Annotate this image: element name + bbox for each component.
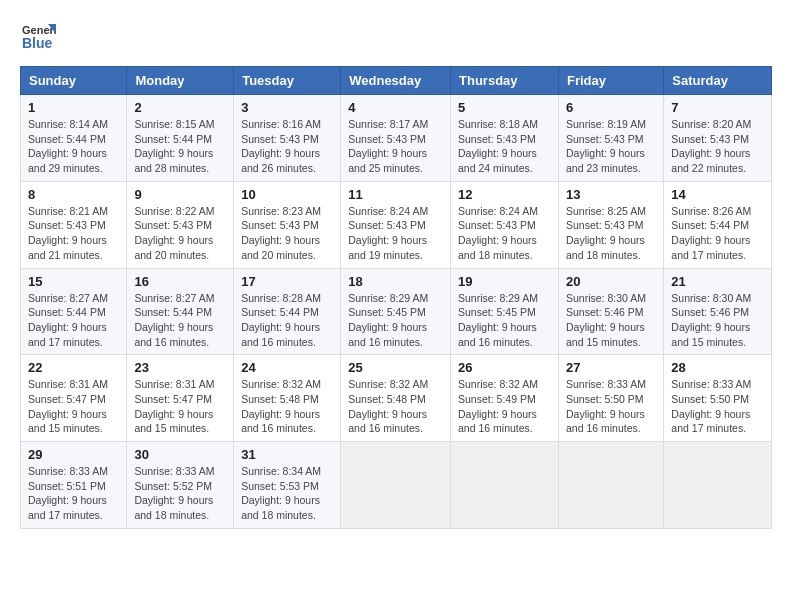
day-detail: Sunrise: 8:32 AM Sunset: 5:48 PM Dayligh…: [348, 377, 443, 436]
calendar-cell: 10Sunrise: 8:23 AM Sunset: 5:43 PM Dayli…: [234, 181, 341, 268]
day-number: 7: [671, 100, 764, 115]
day-number: 30: [134, 447, 226, 462]
day-number: 13: [566, 187, 656, 202]
day-number: 23: [134, 360, 226, 375]
calendar-cell: 5Sunrise: 8:18 AM Sunset: 5:43 PM Daylig…: [451, 95, 559, 182]
calendar-cell: 21Sunrise: 8:30 AM Sunset: 5:46 PM Dayli…: [664, 268, 772, 355]
day-detail: Sunrise: 8:33 AM Sunset: 5:50 PM Dayligh…: [566, 377, 656, 436]
calendar-cell: 30Sunrise: 8:33 AM Sunset: 5:52 PM Dayli…: [127, 442, 234, 529]
calendar-cell: 26Sunrise: 8:32 AM Sunset: 5:49 PM Dayli…: [451, 355, 559, 442]
day-detail: Sunrise: 8:23 AM Sunset: 5:43 PM Dayligh…: [241, 204, 333, 263]
day-number: 10: [241, 187, 333, 202]
day-number: 22: [28, 360, 119, 375]
calendar-cell: 25Sunrise: 8:32 AM Sunset: 5:48 PM Dayli…: [341, 355, 451, 442]
day-number: 17: [241, 274, 333, 289]
day-detail: Sunrise: 8:31 AM Sunset: 5:47 PM Dayligh…: [134, 377, 226, 436]
calendar-week-4: 22Sunrise: 8:31 AM Sunset: 5:47 PM Dayli…: [21, 355, 772, 442]
calendar-cell: 27Sunrise: 8:33 AM Sunset: 5:50 PM Dayli…: [558, 355, 663, 442]
calendar-cell: 12Sunrise: 8:24 AM Sunset: 5:43 PM Dayli…: [451, 181, 559, 268]
day-number: 16: [134, 274, 226, 289]
day-number: 31: [241, 447, 333, 462]
day-detail: Sunrise: 8:32 AM Sunset: 5:48 PM Dayligh…: [241, 377, 333, 436]
day-number: 20: [566, 274, 656, 289]
day-detail: Sunrise: 8:17 AM Sunset: 5:43 PM Dayligh…: [348, 117, 443, 176]
day-number: 6: [566, 100, 656, 115]
day-number: 3: [241, 100, 333, 115]
day-detail: Sunrise: 8:24 AM Sunset: 5:43 PM Dayligh…: [348, 204, 443, 263]
calendar-cell: 18Sunrise: 8:29 AM Sunset: 5:45 PM Dayli…: [341, 268, 451, 355]
day-number: 11: [348, 187, 443, 202]
calendar-week-5: 29Sunrise: 8:33 AM Sunset: 5:51 PM Dayli…: [21, 442, 772, 529]
day-detail: Sunrise: 8:30 AM Sunset: 5:46 PM Dayligh…: [671, 291, 764, 350]
calendar-cell: 11Sunrise: 8:24 AM Sunset: 5:43 PM Dayli…: [341, 181, 451, 268]
calendar-cell: 20Sunrise: 8:30 AM Sunset: 5:46 PM Dayli…: [558, 268, 663, 355]
day-number: 28: [671, 360, 764, 375]
day-number: 9: [134, 187, 226, 202]
logo-icon: General Blue: [20, 20, 56, 56]
day-number: 26: [458, 360, 551, 375]
day-number: 14: [671, 187, 764, 202]
day-detail: Sunrise: 8:16 AM Sunset: 5:43 PM Dayligh…: [241, 117, 333, 176]
calendar-cell: 14Sunrise: 8:26 AM Sunset: 5:44 PM Dayli…: [664, 181, 772, 268]
day-number: 29: [28, 447, 119, 462]
day-detail: Sunrise: 8:29 AM Sunset: 5:45 PM Dayligh…: [458, 291, 551, 350]
calendar-cell: [341, 442, 451, 529]
header-cell-monday: Monday: [127, 67, 234, 95]
calendar-cell: [451, 442, 559, 529]
calendar-week-1: 1Sunrise: 8:14 AM Sunset: 5:44 PM Daylig…: [21, 95, 772, 182]
day-number: 8: [28, 187, 119, 202]
calendar-cell: [664, 442, 772, 529]
day-number: 12: [458, 187, 551, 202]
day-detail: Sunrise: 8:26 AM Sunset: 5:44 PM Dayligh…: [671, 204, 764, 263]
header-row: SundayMondayTuesdayWednesdayThursdayFrid…: [21, 67, 772, 95]
calendar-cell: 2Sunrise: 8:15 AM Sunset: 5:44 PM Daylig…: [127, 95, 234, 182]
day-number: 4: [348, 100, 443, 115]
calendar-cell: 15Sunrise: 8:27 AM Sunset: 5:44 PM Dayli…: [21, 268, 127, 355]
header-cell-friday: Friday: [558, 67, 663, 95]
calendar-cell: 16Sunrise: 8:27 AM Sunset: 5:44 PM Dayli…: [127, 268, 234, 355]
calendar-table: SundayMondayTuesdayWednesdayThursdayFrid…: [20, 66, 772, 529]
day-number: 21: [671, 274, 764, 289]
day-detail: Sunrise: 8:18 AM Sunset: 5:43 PM Dayligh…: [458, 117, 551, 176]
calendar-week-3: 15Sunrise: 8:27 AM Sunset: 5:44 PM Dayli…: [21, 268, 772, 355]
calendar-cell: 28Sunrise: 8:33 AM Sunset: 5:50 PM Dayli…: [664, 355, 772, 442]
calendar-cell: 31Sunrise: 8:34 AM Sunset: 5:53 PM Dayli…: [234, 442, 341, 529]
calendar-cell: 1Sunrise: 8:14 AM Sunset: 5:44 PM Daylig…: [21, 95, 127, 182]
calendar-cell: 13Sunrise: 8:25 AM Sunset: 5:43 PM Dayli…: [558, 181, 663, 268]
day-detail: Sunrise: 8:27 AM Sunset: 5:44 PM Dayligh…: [134, 291, 226, 350]
day-detail: Sunrise: 8:27 AM Sunset: 5:44 PM Dayligh…: [28, 291, 119, 350]
calendar-cell: 23Sunrise: 8:31 AM Sunset: 5:47 PM Dayli…: [127, 355, 234, 442]
page-header: General Blue: [20, 20, 772, 56]
calendar-cell: 4Sunrise: 8:17 AM Sunset: 5:43 PM Daylig…: [341, 95, 451, 182]
header-cell-tuesday: Tuesday: [234, 67, 341, 95]
header-cell-wednesday: Wednesday: [341, 67, 451, 95]
day-number: 18: [348, 274, 443, 289]
day-detail: Sunrise: 8:32 AM Sunset: 5:49 PM Dayligh…: [458, 377, 551, 436]
day-detail: Sunrise: 8:24 AM Sunset: 5:43 PM Dayligh…: [458, 204, 551, 263]
svg-text:Blue: Blue: [22, 35, 53, 51]
day-detail: Sunrise: 8:28 AM Sunset: 5:44 PM Dayligh…: [241, 291, 333, 350]
day-detail: Sunrise: 8:33 AM Sunset: 5:51 PM Dayligh…: [28, 464, 119, 523]
day-number: 19: [458, 274, 551, 289]
header-cell-sunday: Sunday: [21, 67, 127, 95]
day-number: 1: [28, 100, 119, 115]
day-detail: Sunrise: 8:20 AM Sunset: 5:43 PM Dayligh…: [671, 117, 764, 176]
day-detail: Sunrise: 8:33 AM Sunset: 5:52 PM Dayligh…: [134, 464, 226, 523]
calendar-cell: 24Sunrise: 8:32 AM Sunset: 5:48 PM Dayli…: [234, 355, 341, 442]
day-detail: Sunrise: 8:22 AM Sunset: 5:43 PM Dayligh…: [134, 204, 226, 263]
calendar-cell: 8Sunrise: 8:21 AM Sunset: 5:43 PM Daylig…: [21, 181, 127, 268]
header-cell-saturday: Saturday: [664, 67, 772, 95]
calendar-week-2: 8Sunrise: 8:21 AM Sunset: 5:43 PM Daylig…: [21, 181, 772, 268]
day-number: 2: [134, 100, 226, 115]
calendar-cell: 29Sunrise: 8:33 AM Sunset: 5:51 PM Dayli…: [21, 442, 127, 529]
calendar-cell: 9Sunrise: 8:22 AM Sunset: 5:43 PM Daylig…: [127, 181, 234, 268]
day-number: 5: [458, 100, 551, 115]
day-detail: Sunrise: 8:15 AM Sunset: 5:44 PM Dayligh…: [134, 117, 226, 176]
calendar-cell: 7Sunrise: 8:20 AM Sunset: 5:43 PM Daylig…: [664, 95, 772, 182]
day-detail: Sunrise: 8:21 AM Sunset: 5:43 PM Dayligh…: [28, 204, 119, 263]
day-detail: Sunrise: 8:14 AM Sunset: 5:44 PM Dayligh…: [28, 117, 119, 176]
logo: General Blue: [20, 20, 60, 56]
day-number: 25: [348, 360, 443, 375]
calendar-cell: 19Sunrise: 8:29 AM Sunset: 5:45 PM Dayli…: [451, 268, 559, 355]
day-number: 24: [241, 360, 333, 375]
